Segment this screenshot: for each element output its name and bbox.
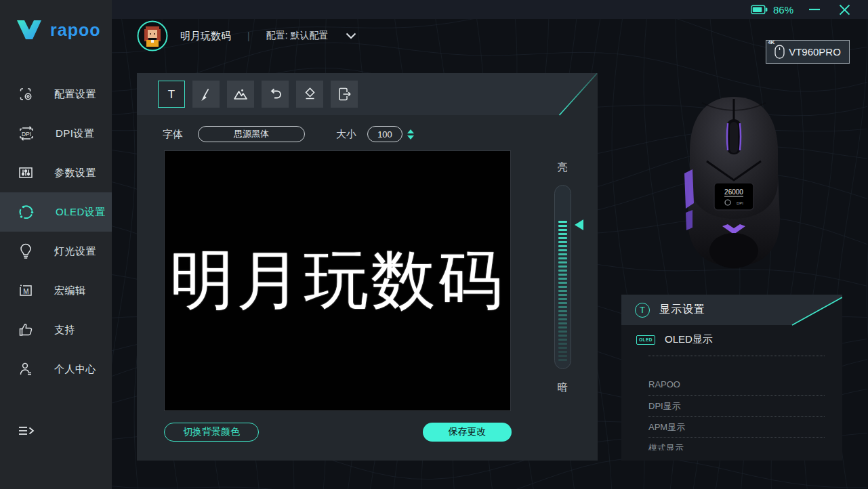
brightness-tick: [558, 290, 567, 292]
eraser-tool-icon: [302, 87, 317, 102]
rapoo-v-icon: [16, 19, 42, 41]
sidebar-item-macro-editor[interactable]: M 宏编辑: [0, 271, 112, 310]
sidebar-item-account[interactable]: 个人中心: [0, 349, 112, 389]
oled-chip-icon: OLED: [636, 335, 655, 345]
sidebar-item-support[interactable]: 支持: [0, 310, 112, 349]
brightness-max-label: 亮: [549, 161, 576, 174]
brightness-tick: [558, 318, 567, 320]
brightness-tick: [558, 347, 567, 349]
profile-selector[interactable]: 配置: 默认配置: [266, 30, 329, 42]
list-separator: [648, 416, 825, 417]
brightness-slider-handle[interactable]: [575, 219, 583, 230]
sidebar: rapoo 配置设置 DPI DPI设置: [0, 0, 112, 489]
brightness-tick: [558, 261, 567, 263]
sidebar-item-label: 参数设置: [54, 167, 96, 179]
minimize-button[interactable]: [806, 3, 823, 16]
sidebar-item-profile-settings[interactable]: 配置设置: [0, 75, 112, 114]
user-avatar[interactable]: [137, 20, 168, 51]
text-tool-icon: T: [164, 87, 179, 102]
brightness-tick: [558, 343, 567, 345]
font-size-stepper[interactable]: [407, 129, 414, 140]
brightness-tick: [558, 241, 567, 243]
oled-editor-panel: T: [137, 73, 598, 461]
mouse-4k-icon: 4K: [774, 45, 785, 59]
battery-status: 86%: [751, 4, 793, 16]
brightness-tick: [558, 314, 567, 316]
brightness-slider[interactable]: [554, 185, 571, 369]
brightness-tick: [558, 359, 567, 361]
display-option-rapoo[interactable]: RAPOO: [648, 379, 680, 389]
display-settings-panel: T 显示设置 OLED OLED显示 RAPOO DPI显示 APM显示 模式显…: [621, 295, 842, 461]
mouse-product-image: 26000 DPI: [669, 93, 798, 297]
sidebar-collapse-button[interactable]: [18, 424, 35, 442]
display-option-dpi[interactable]: DPI显示: [648, 400, 681, 412]
eraser-tool-button[interactable]: [296, 81, 323, 108]
font-size-input[interactable]: 100: [367, 126, 402, 142]
brightness-tick: [558, 245, 567, 247]
sidebar-nav: 配置设置 DPI DPI设置 参数设置: [0, 75, 112, 389]
brush-tool-icon: [199, 87, 213, 102]
display-option-mode[interactable]: 模式显示: [648, 442, 684, 450]
stepper-down-icon[interactable]: [407, 135, 414, 140]
brightness-tick: [558, 322, 567, 324]
stepper-up-icon[interactable]: [407, 129, 414, 133]
thumbs-up-icon: [18, 322, 34, 338]
dpi-settings-icon: DPI: [18, 125, 35, 142]
rapoo-logo: rapoo: [16, 19, 100, 41]
switch-background-color-button[interactable]: 切换背景颜色: [164, 423, 259, 442]
sidebar-item-lighting[interactable]: 灯光设置: [0, 232, 112, 271]
device-model: VT960PRO: [789, 46, 841, 58]
svg-text:DPI: DPI: [22, 131, 31, 137]
profile-dropdown-button[interactable]: [346, 33, 356, 39]
brightness-tick: [558, 274, 567, 276]
sidebar-item-parameters[interactable]: 参数设置: [0, 153, 112, 192]
save-changes-button[interactable]: 保存更改: [423, 423, 512, 442]
mouse-oled-dpi-value: 26000: [724, 188, 743, 196]
list-separator: [648, 395, 825, 396]
sidebar-item-dpi-settings[interactable]: DPI DPI设置: [0, 114, 112, 153]
person-icon: [18, 361, 34, 377]
brightness-tick: [558, 335, 567, 337]
topbar: 明月玩数码 | 配置: 默认配置: [137, 20, 356, 51]
brightness-tick: [558, 286, 567, 288]
tool-buttons: T: [158, 81, 358, 108]
brightness-tick: [558, 257, 567, 259]
sidebar-item-oled-settings[interactable]: OLED设置: [0, 192, 112, 232]
image-tool-button[interactable]: [227, 81, 254, 108]
macro-icon: M: [18, 282, 34, 299]
brightness-tick: [558, 233, 567, 235]
display-settings-header: T 显示设置: [621, 295, 842, 325]
text-tool-button[interactable]: T: [158, 81, 185, 108]
brightness-tick: [558, 282, 567, 284]
font-controls: 字体 思源黑体 大小 100: [163, 126, 414, 142]
oled-sync-icon: [18, 203, 35, 221]
brightness-tick: [558, 270, 567, 272]
display-option-apm[interactable]: APM显示: [648, 421, 685, 433]
sidebar-item-label: 配置设置: [54, 88, 96, 101]
text-circle-icon: T: [635, 303, 650, 318]
brightness-tick: [558, 265, 567, 268]
battery-icon: [751, 5, 768, 15]
undo-tool-icon: [268, 87, 283, 102]
username: 明月玩数码: [180, 30, 231, 43]
brightness-min-label: 暗: [549, 381, 576, 394]
oled-display-row[interactable]: OLED OLED显示: [621, 333, 842, 346]
brightness-tick: [558, 306, 567, 308]
brush-tool-button[interactable]: [192, 81, 220, 108]
brightness-tick: [558, 253, 567, 255]
sidebar-item-label: OLED设置: [56, 206, 106, 219]
undo-tool-button[interactable]: [262, 81, 289, 108]
oled-preview-canvas[interactable]: 明月玩数码: [164, 150, 511, 411]
font-family-select[interactable]: 思源黑体: [198, 126, 305, 142]
device-badge[interactable]: 4K VT960PRO: [766, 40, 850, 64]
brightness-tick: [558, 331, 567, 333]
mouse-side-button-2: [686, 210, 693, 230]
export-tool-button[interactable]: [331, 81, 358, 108]
mouse-oled-dpi-label: DPI: [737, 201, 743, 205]
lightbulb-icon: [18, 242, 34, 260]
titlebar: 86%: [112, 0, 868, 19]
close-button[interactable]: [835, 3, 853, 16]
oled-preview-text: 明月玩数码: [170, 238, 505, 324]
brightness-tick: [558, 351, 567, 353]
rapoo-wordmark: rapoo: [50, 20, 100, 40]
